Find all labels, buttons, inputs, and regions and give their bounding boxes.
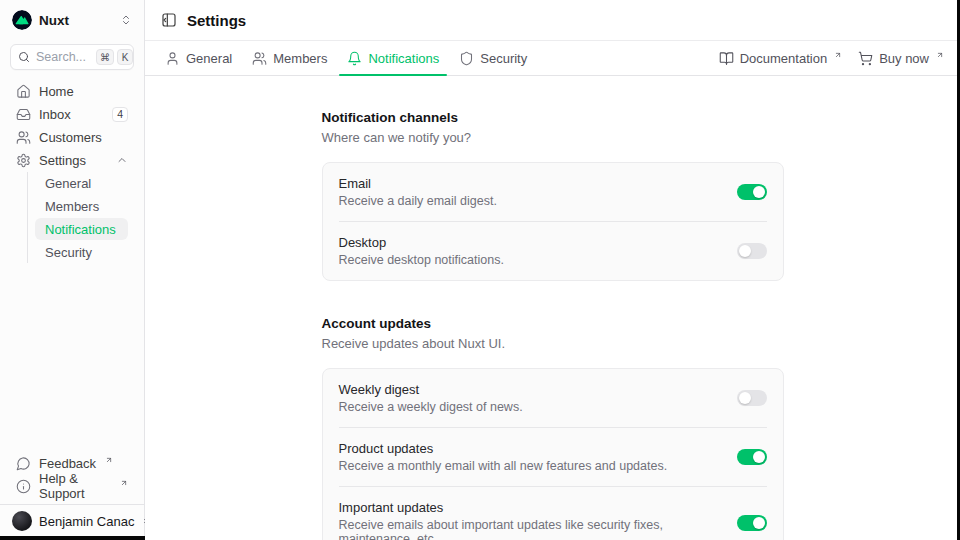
chevron-up-icon [116, 154, 128, 166]
setting-label: Email [339, 176, 721, 191]
settings-card: Weekly digest Receive a weekly digest of… [322, 368, 784, 540]
sidebar-subitem-label: Members [45, 199, 99, 214]
product-updates-toggle[interactable] [737, 449, 767, 465]
users-icon [16, 130, 31, 145]
search-shortcut: ⌘ K [96, 49, 133, 65]
workspace-selector[interactable]: Nuxt [0, 0, 144, 40]
important-updates-toggle[interactable] [737, 515, 767, 531]
gear-icon [16, 153, 31, 168]
sidebar-item-home[interactable]: Home [8, 80, 136, 102]
page-header: Settings [145, 0, 960, 41]
users-icon [252, 51, 267, 66]
book-open-icon [719, 51, 734, 66]
sidebar-footer: Feedback Help & Support [0, 452, 144, 504]
window-edge-bottom [0, 536, 145, 540]
sidebar-item-inbox[interactable]: Inbox 4 [8, 103, 136, 125]
search-field[interactable] [36, 50, 90, 64]
sidebar-item-settings[interactable]: Settings [8, 149, 136, 171]
setting-row-email: Email Receive a daily email digest. [323, 163, 783, 221]
section-notification-channels: Notification channels Where can we notif… [322, 110, 784, 281]
section-title: Account updates [322, 316, 784, 331]
shield-icon [459, 51, 474, 66]
sidebar-subitem-label: Notifications [45, 222, 116, 237]
sidebar-item-label: Customers [39, 130, 102, 145]
setting-label: Important updates [339, 500, 721, 515]
section-title: Notification channels [322, 110, 784, 125]
setting-label: Product updates [339, 441, 721, 456]
cart-icon [858, 51, 873, 66]
user-menu[interactable]: Benjamin Canac [0, 504, 144, 537]
setting-row-product-updates: Product updates Receive a monthly email … [323, 428, 783, 486]
info-circle-icon [16, 479, 31, 494]
desktop-toggle[interactable] [737, 243, 767, 259]
sidebar-nav: Home Inbox 4 Customers Settings General … [0, 80, 144, 264]
setting-label: Weekly digest [339, 382, 721, 397]
settings-sub-menu: General Members Notifications Security [27, 172, 128, 263]
help-support-link[interactable]: Help & Support [8, 475, 136, 497]
sidebar-item-label: Home [39, 84, 74, 99]
collapse-sidebar-icon[interactable] [161, 12, 177, 28]
sidebar-subitem-label: Security [45, 245, 92, 260]
kbd-meta: ⌘ [96, 49, 114, 65]
sidebar-subitem-general[interactable]: General [35, 172, 128, 194]
tab-notifications[interactable]: Notifications [337, 41, 449, 75]
tab-security[interactable]: Security [449, 41, 537, 75]
setting-description: Receive desktop notifications. [339, 253, 721, 267]
search-input[interactable]: ⌘ K [10, 44, 134, 70]
setting-description: Receive emails about important updates l… [339, 518, 721, 540]
external-link-icon [936, 47, 944, 62]
kbd-k: K [117, 49, 133, 65]
bell-icon [347, 51, 362, 66]
sidebar-subitem-label: General [45, 176, 91, 191]
email-toggle[interactable] [737, 184, 767, 200]
tab-label: General [186, 51, 232, 66]
chevrons-up-down-icon [120, 14, 132, 26]
tab-label: Members [273, 51, 327, 66]
sidebar-subitem-security[interactable]: Security [35, 241, 128, 263]
sidebar-item-label: Settings [39, 153, 86, 168]
workspace-name: Nuxt [39, 13, 69, 28]
tab-label: Notifications [368, 51, 439, 66]
external-link-icon [834, 47, 842, 62]
section-description: Receive updates about Nuxt UI. [322, 336, 784, 351]
inbox-icon [16, 107, 31, 122]
link-label: Buy now [879, 51, 929, 66]
sidebar-subitem-members[interactable]: Members [35, 195, 128, 217]
main-panel: Settings General Members Notifications S… [145, 0, 960, 540]
footer-item-label: Help & Support [39, 471, 111, 501]
settings-content: Notification channels Where can we notif… [145, 76, 960, 540]
link-label: Documentation [740, 51, 827, 66]
sidebar-item-customers[interactable]: Customers [8, 126, 136, 148]
nuxt-logo-icon [12, 10, 32, 30]
buy-now-link[interactable]: Buy now [858, 51, 944, 66]
section-account-updates: Account updates Receive updates about Nu… [322, 316, 784, 540]
sidebar-item-label: Inbox [39, 107, 71, 122]
setting-label: Desktop [339, 235, 721, 250]
setting-row-desktop: Desktop Receive desktop notifications. [323, 222, 783, 280]
settings-card: Email Receive a daily email digest. Desk… [322, 162, 784, 281]
message-bubble-icon [16, 456, 31, 471]
setting-row-weekly-digest: Weekly digest Receive a weekly digest of… [323, 369, 783, 427]
home-icon [16, 84, 31, 99]
user-name: Benjamin Canac [39, 514, 134, 529]
section-description: Where can we notify you? [322, 130, 784, 145]
setting-row-important-updates: Important updates Receive emails about i… [323, 487, 783, 540]
external-link-icon [105, 452, 113, 467]
setting-description: Receive a monthly email with all new fea… [339, 459, 721, 473]
footer-item-label: Feedback [39, 456, 96, 471]
tab-label: Security [480, 51, 527, 66]
external-link-icon [120, 475, 128, 490]
settings-tabs: General Members Notifications Security D… [145, 41, 960, 76]
inbox-count-badge: 4 [112, 107, 128, 122]
sidebar-subitem-notifications[interactable]: Notifications [35, 218, 128, 240]
documentation-link[interactable]: Documentation [719, 51, 842, 66]
tab-general[interactable]: General [161, 41, 242, 75]
avatar [12, 511, 32, 531]
header-links: Documentation Buy now [719, 41, 944, 75]
sidebar: Nuxt ⌘ K Home Inbox 4 Customers [0, 0, 145, 540]
search-icon [18, 51, 30, 63]
setting-description: Receive a daily email digest. [339, 194, 721, 208]
weekly-digest-toggle[interactable] [737, 390, 767, 406]
user-icon [165, 51, 180, 66]
tab-members[interactable]: Members [242, 41, 337, 75]
